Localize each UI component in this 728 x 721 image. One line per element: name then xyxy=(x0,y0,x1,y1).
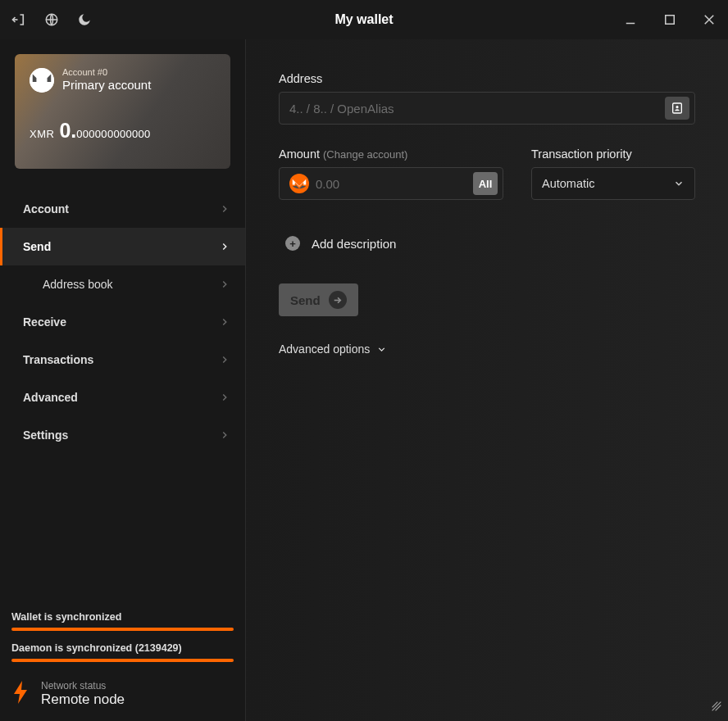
change-account-link[interactable]: (Change account) xyxy=(323,148,407,161)
monero-logo-icon xyxy=(30,68,54,93)
logout-icon[interactable] xyxy=(10,11,28,29)
wallet-sync-status: Wallet is synchronized xyxy=(11,611,234,623)
nav-label: Account xyxy=(23,202,69,215)
resize-handle-icon[interactable] xyxy=(710,700,723,716)
arrow-right-circle-icon xyxy=(329,291,347,309)
chevron-down-icon xyxy=(376,344,387,355)
chevron-right-icon xyxy=(219,316,230,328)
add-description-label: Add description xyxy=(312,237,396,251)
send-button-label: Send xyxy=(290,293,321,307)
amount-all-button[interactable]: All xyxy=(473,172,498,195)
network-status[interactable]: Network status Remote node xyxy=(11,680,234,708)
daemon-sync-bar xyxy=(11,659,234,662)
nav-advanced[interactable]: Advanced xyxy=(0,379,245,416)
wallet-sync-bar xyxy=(11,628,234,631)
amount-input-wrap[interactable]: All xyxy=(279,167,503,200)
priority-label: Transaction priority xyxy=(531,147,695,161)
add-description-button[interactable]: + Add description xyxy=(279,236,695,251)
daemon-sync-status: Daemon is synchronized (2139429) xyxy=(11,642,234,654)
nav-address-book[interactable]: Address book xyxy=(0,265,245,303)
window-title: My wallet xyxy=(0,12,728,27)
advanced-options-toggle[interactable]: Advanced options xyxy=(279,342,695,356)
amount-input[interactable] xyxy=(316,177,473,191)
chevron-right-icon xyxy=(219,429,230,441)
balance: XMR 0.000000000000 xyxy=(30,119,216,143)
nav-settings[interactable]: Settings xyxy=(0,416,245,454)
address-label: Address xyxy=(279,72,695,85)
network-status-label: Network status xyxy=(41,680,125,692)
nav-label: Settings xyxy=(23,429,68,442)
account-name: Primary account xyxy=(62,78,151,93)
advanced-options-label: Advanced options xyxy=(279,342,370,356)
maximize-button[interactable] xyxy=(661,11,679,29)
account-card[interactable]: Account #0 Primary account XMR 0.0000000… xyxy=(15,54,230,169)
send-button[interactable]: Send xyxy=(279,283,358,316)
nav-transactions[interactable]: Transactions xyxy=(0,341,245,379)
bolt-icon xyxy=(11,681,31,707)
chevron-right-icon xyxy=(219,241,230,252)
chevron-right-icon xyxy=(219,392,230,403)
nav-label: Transactions xyxy=(23,353,93,366)
chevron-down-icon xyxy=(673,178,685,189)
chevron-right-icon xyxy=(219,279,230,290)
nav-send[interactable]: Send xyxy=(0,228,245,265)
minimize-button[interactable] xyxy=(621,11,639,29)
priority-value: Automatic xyxy=(542,177,594,190)
priority-select[interactable]: Automatic xyxy=(531,167,695,200)
nav-label: Address book xyxy=(43,278,113,291)
amount-label: Amount (Change account) xyxy=(279,147,503,161)
nav-receive[interactable]: Receive xyxy=(0,303,245,341)
chevron-right-icon xyxy=(219,203,230,215)
moon-icon[interactable] xyxy=(75,11,93,29)
address-input[interactable] xyxy=(289,102,665,116)
nav-account[interactable]: Account xyxy=(0,190,245,228)
chevron-right-icon xyxy=(219,354,230,365)
svg-rect-1 xyxy=(666,16,675,25)
address-input-wrap[interactable] xyxy=(279,92,695,125)
globe-icon[interactable] xyxy=(43,11,61,29)
svg-point-5 xyxy=(289,174,309,193)
address-book-button[interactable] xyxy=(665,97,689,120)
nav-label: Send xyxy=(23,240,51,253)
plus-circle-icon: + xyxy=(285,236,300,251)
nav-label: Advanced xyxy=(23,391,78,404)
account-number: Account #0 xyxy=(62,67,151,78)
svg-point-4 xyxy=(676,106,678,108)
close-button[interactable] xyxy=(700,11,718,29)
nav-label: Receive xyxy=(23,315,66,329)
monero-icon xyxy=(289,174,309,193)
network-status-value: Remote node xyxy=(41,692,125,708)
